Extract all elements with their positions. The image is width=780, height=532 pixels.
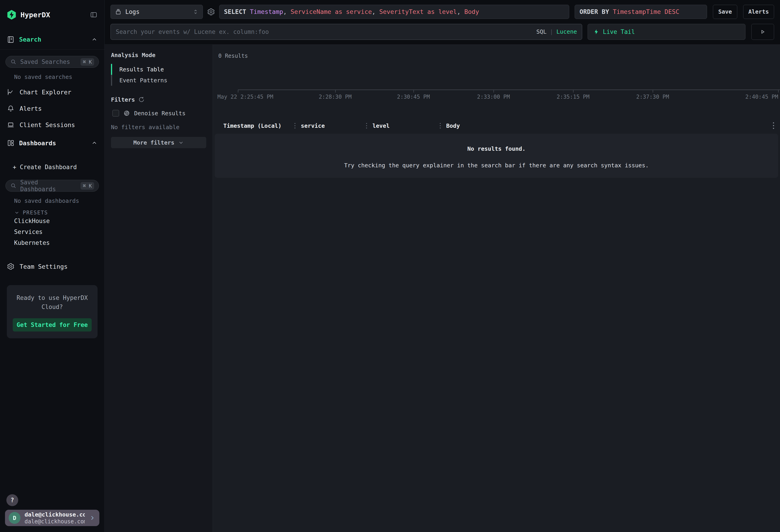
- denoise-label: Denoise Results: [134, 110, 186, 116]
- results-table-header: Timestamp (Local) service level Body: [213, 119, 766, 132]
- sidebar-item-alerts[interactable]: Alerts: [0, 100, 104, 116]
- get-started-button[interactable]: Get Started for Free: [13, 318, 92, 332]
- query-token: ,: [372, 8, 379, 15]
- sidebar-item-team-settings[interactable]: Team Settings: [0, 258, 104, 275]
- help-button[interactable]: ?: [6, 494, 18, 506]
- filters-heading: Filters: [111, 96, 206, 103]
- column-label: Body: [446, 123, 460, 129]
- app-root: HyperDX Search Saved Se: [0, 0, 780, 532]
- order-by-input[interactable]: ORDER BY TimestampTime DESC: [575, 5, 707, 19]
- sidebar: HyperDX Search Saved Se: [0, 0, 105, 532]
- run-query-button[interactable]: [751, 24, 774, 40]
- more-filters-button[interactable]: More filters: [111, 137, 206, 148]
- query-token: ,: [457, 8, 465, 15]
- column-resize-handle-icon[interactable]: [294, 123, 295, 129]
- axis-tick: [335, 90, 336, 93]
- column-resize-handle-icon[interactable]: [366, 123, 367, 129]
- select-keyword: SELECT: [224, 8, 250, 15]
- saved-dashboards-input[interactable]: Saved Dashboards ⌘ K: [5, 180, 99, 192]
- axis-tick: [493, 90, 494, 93]
- column-header-service[interactable]: service: [294, 123, 366, 129]
- sidebar-item-search[interactable]: Search: [0, 30, 104, 50]
- user-email: dale@clickhouse.com: [25, 511, 85, 518]
- sql-toggle[interactable]: SQL: [536, 29, 546, 35]
- order-by-value: TimestampTime DESC: [613, 8, 680, 15]
- laptop-icon: [7, 121, 14, 129]
- table-options-kebab-icon[interactable]: [773, 122, 774, 129]
- chevron-up-icon: [91, 36, 98, 43]
- chart-explorer-label: Chart Explorer: [19, 89, 71, 96]
- selector-icon: [193, 9, 199, 15]
- axis-label: 2:37:30 PM: [636, 94, 669, 100]
- filters-panel: Analysis Mode Results Table Event Patter…: [105, 45, 213, 532]
- no-filters-text: No filters available: [111, 124, 206, 131]
- axis-tick: [573, 90, 574, 93]
- search-icon: [10, 183, 16, 189]
- user-menu[interactable]: D dale@clickhouse.com dale@clickhouse.co…: [5, 510, 99, 526]
- sidebar-item-chart-explorer[interactable]: Chart Explorer: [0, 84, 104, 100]
- empty-state-panel: No results found. Try checking the query…: [215, 134, 778, 178]
- results-pane: 0 Results May 22 2:25:45 PM 2:28:30 PM 2…: [213, 45, 780, 532]
- axis-line: [238, 90, 780, 90]
- mode-results-table[interactable]: Results Table: [111, 64, 206, 75]
- refresh-icon[interactable]: [138, 96, 145, 103]
- divider: |: [550, 29, 553, 35]
- sidebar-search-label: Search: [19, 36, 41, 43]
- source-settings-gear-icon[interactable]: [207, 8, 215, 16]
- column-header-level[interactable]: level: [366, 123, 440, 129]
- sidebar-item-dashboards[interactable]: Dashboards: [0, 133, 104, 153]
- axis-label: May 22 2:25:45 PM: [217, 94, 273, 100]
- alerts-label: Alerts: [19, 105, 42, 112]
- filters-label: Filters: [111, 96, 135, 103]
- cloud-promo-card: Ready to use HyperDX Cloud? Get Started …: [7, 285, 98, 338]
- create-dashboard-button[interactable]: + Create Dashboard: [0, 161, 104, 174]
- source-select-value: Logs: [125, 8, 140, 15]
- logo-row: HyperDX: [0, 0, 104, 30]
- column-header-body[interactable]: Body: [440, 123, 766, 129]
- content: Analysis Mode Results Table Event Patter…: [105, 45, 780, 532]
- query-token: Timestamp: [250, 8, 283, 15]
- gear-icon: [7, 262, 14, 270]
- column-resize-handle-icon[interactable]: [440, 123, 441, 129]
- shortcut-badge: ⌘ K: [81, 182, 94, 190]
- chevron-down-icon: [178, 140, 184, 146]
- live-tail-button[interactable]: Live Tail: [588, 24, 745, 40]
- preset-kubernetes[interactable]: Kubernetes: [14, 237, 104, 248]
- select-columns-input[interactable]: SELECT Timestamp, ServiceName as service…: [219, 5, 569, 19]
- save-button[interactable]: Save: [713, 5, 737, 19]
- saved-dashboards-placeholder: Saved Dashboards: [20, 179, 77, 193]
- spacer: [0, 80, 104, 84]
- preset-clickhouse[interactable]: ClickHouse: [14, 215, 104, 227]
- mode-event-patterns[interactable]: Event Patterns: [111, 75, 206, 86]
- column-label: level: [373, 123, 390, 129]
- saved-searches-input[interactable]: Saved Searches ⌘ K: [5, 56, 99, 68]
- search-language-toggle: SQL | Lucene: [536, 29, 577, 35]
- presets-label: PRESETS: [23, 210, 48, 215]
- chevron-right-icon: [89, 515, 96, 521]
- axis-tick: [413, 90, 414, 93]
- column-header-timestamp[interactable]: Timestamp (Local): [213, 123, 294, 129]
- sidebar-item-client-sessions[interactable]: Client Sessions: [0, 116, 104, 133]
- no-saved-dashboards-text: No saved dashboards: [14, 198, 104, 204]
- no-saved-searches-text: No saved searches: [14, 74, 104, 80]
- query-token: ,: [283, 8, 291, 15]
- user-subtitle: dale@clickhouse.com's: [25, 518, 85, 525]
- search-input[interactable]: [116, 29, 533, 35]
- contrast-icon: [123, 110, 130, 116]
- sidebar-collapse-icon[interactable]: [90, 11, 98, 19]
- lucene-toggle[interactable]: Lucene: [556, 29, 577, 35]
- analysis-mode-list: Results Table Event Patterns: [111, 64, 206, 86]
- query-token: Body: [465, 8, 479, 15]
- axis-label: 2:30:45 PM: [397, 94, 430, 100]
- bell-icon: [7, 105, 14, 112]
- hyperdx-logo-icon: [7, 9, 16, 20]
- alerts-button[interactable]: Alerts: [743, 5, 774, 19]
- source-select[interactable]: Logs: [110, 5, 203, 19]
- axis-tick: [238, 90, 238, 93]
- team-settings-label: Team Settings: [19, 263, 67, 270]
- preset-services[interactable]: Services: [14, 227, 104, 237]
- axis-label: 2:28:30 PM: [319, 94, 352, 100]
- presets-toggle[interactable]: PRESETS: [14, 210, 104, 215]
- denoise-checkbox[interactable]: [112, 110, 119, 116]
- user-meta: dale@clickhouse.com dale@clickhouse.com'…: [25, 511, 85, 525]
